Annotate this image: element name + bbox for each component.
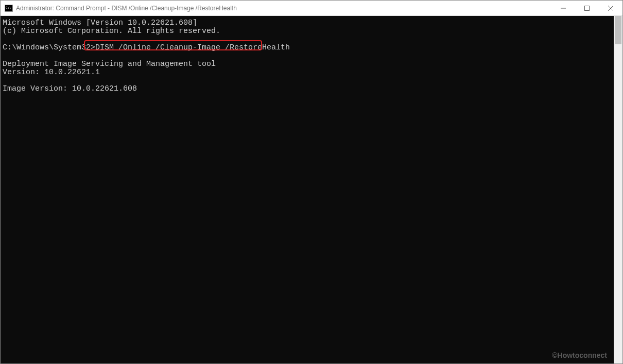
minimize-icon (561, 6, 566, 11)
vertical-scrollbar[interactable] (614, 16, 622, 363)
close-icon (608, 6, 613, 11)
minimize-button[interactable] (551, 1, 575, 15)
image-version-line: Image Version: 10.0.22621.608 (3, 84, 137, 93)
prompt-path: C:\Windows\System32> (3, 43, 95, 52)
maximize-icon (584, 6, 590, 11)
scrollbar-thumb[interactable] (615, 16, 621, 44)
window-title: Administrator: Command Prompt - DISM /On… (16, 5, 237, 12)
titlebar[interactable]: Administrator: Command Prompt - DISM /On… (1, 1, 622, 16)
svg-rect-1 (585, 6, 590, 10)
window-controls (551, 1, 622, 15)
terminal-area: Microsoft Windows [Version 10.0.22621.60… (1, 16, 622, 363)
dism-version-line: Version: 10.0.22621.1 (3, 68, 100, 77)
dism-tool-line: Deployment Image Servicing and Managemen… (3, 60, 216, 68)
cmd-icon (5, 5, 13, 12)
copyright-line: (c) Microsoft Corporation. All rights re… (3, 27, 220, 36)
command-prompt-window: Administrator: Command Prompt - DISM /On… (0, 0, 623, 364)
os-banner-line: Microsoft Windows [Version 10.0.22621.60… (3, 19, 197, 27)
prompt-command: DISM /Online /Cleanup-Image /RestoreHeal… (95, 43, 290, 52)
close-button[interactable] (599, 1, 622, 15)
terminal-output[interactable]: Microsoft Windows [Version 10.0.22621.60… (1, 16, 614, 363)
maximize-button[interactable] (575, 1, 599, 15)
